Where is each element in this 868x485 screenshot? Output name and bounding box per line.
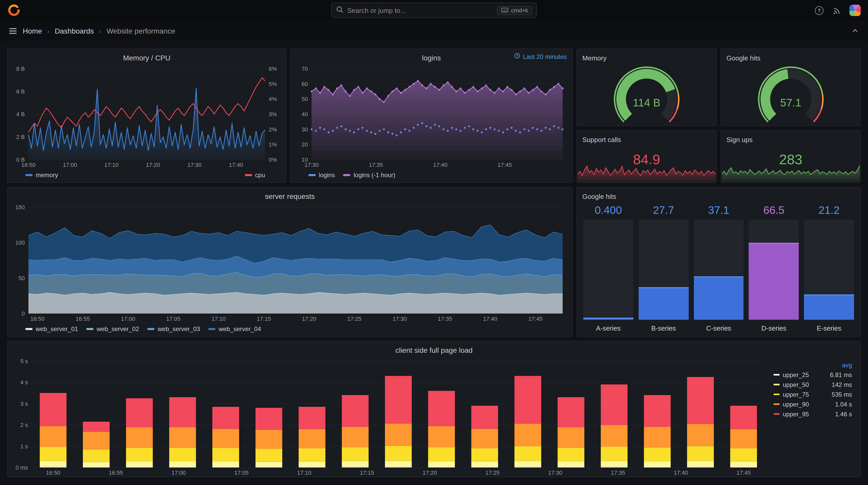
legend-swatch: [773, 394, 780, 395]
legend-label: upper_90: [783, 400, 824, 408]
svg-text:17:15: 17:15: [360, 470, 374, 476]
panel-title[interactable]: Support calls: [582, 136, 711, 143]
time-override-label: Last 20 minutes: [523, 53, 567, 60]
google-hits-bar-gauge[interactable]: 0.400A-series27.7B-series37.1C-series66.…: [577, 203, 860, 336]
bar-gauge-track: [693, 220, 744, 320]
stat-value: 84.9: [577, 152, 716, 168]
svg-text:0 ms: 0 ms: [16, 464, 28, 471]
sign-ups-stat[interactable]: 283: [721, 146, 860, 182]
legend-swatch: [147, 328, 154, 330]
gauge-value: 57.1: [725, 96, 856, 109]
grafana-dashboard: Search or jump to... cmd+k: [0, 0, 868, 485]
bar-gauge-column: 37.1C-series: [693, 204, 744, 332]
bar-gauge-column: 0.400A-series: [583, 204, 633, 332]
svg-text:17:35: 17:35: [611, 470, 625, 476]
svg-text:17:40: 17:40: [674, 470, 688, 476]
panel-server-requests: server requests 05010015016:5016:5517:00…: [7, 187, 572, 337]
legend-item[interactable]: upper_75535 ms: [773, 389, 852, 399]
svg-text:17:45: 17:45: [528, 316, 542, 322]
panel-title[interactable]: server requests: [13, 192, 567, 200]
help-icon[interactable]: [815, 6, 824, 15]
menu-hamburger-icon[interactable]: [8, 26, 18, 36]
server-requests-chart[interactable]: 05010015016:5016:5517:0017:0517:1017:151…: [11, 203, 569, 323]
svg-text:17:30: 17:30: [548, 470, 562, 476]
collapse-chevron-up-icon[interactable]: [850, 26, 860, 36]
panel-title[interactable]: Sign ups: [726, 136, 855, 143]
legend-item[interactable]: upper_256.81 ms: [773, 370, 852, 380]
svg-text:16:55: 16:55: [109, 470, 123, 476]
legend-label: upper_50: [783, 381, 824, 388]
google-hits-gauge[interactable]: 57.1: [725, 65, 856, 122]
legend-avg-value: 1.04 s: [827, 400, 852, 408]
legend-swatch: [773, 384, 780, 385]
logins-legend: loginslogins (-1 hour): [291, 169, 572, 182]
svg-text:30: 30: [302, 126, 308, 133]
svg-text:1 s: 1 s: [21, 443, 28, 450]
bar-gauge-value: 21.2: [804, 204, 854, 220]
panel-title[interactable]: Google hits: [582, 192, 855, 200]
breadcrumb-separator: ›: [47, 27, 50, 35]
legend-label: upper_75: [783, 391, 824, 398]
breadcrumb-current: Website performance: [106, 27, 175, 35]
server-requests-legend: web_server_01web_server_02web_server_03w…: [8, 323, 572, 336]
bar-gauge-column: 21.2E-series: [804, 204, 854, 332]
user-avatar[interactable]: [849, 5, 861, 16]
svg-text:17:45: 17:45: [737, 470, 751, 476]
legend-item[interactable]: upper_50142 ms: [773, 380, 852, 389]
page-load-chart[interactable]: 0 ms1 s2 s3 s4 s5 s16:5016:5517:0017:051…: [11, 357, 771, 477]
svg-text:2 s: 2 s: [21, 422, 28, 428]
pageload-legend: avgupper_256.81 msupper_50142 msupper_75…: [773, 360, 852, 419]
svg-text:17:45: 17:45: [498, 162, 512, 168]
panel-title[interactable]: Memory / CPU: [13, 54, 281, 62]
breadcrumb-dashboards[interactable]: Dashboards: [55, 27, 94, 35]
news-rss-icon[interactable]: [832, 6, 841, 15]
legend-label: web_server_04: [219, 325, 261, 333]
panel-logins: logins Last 20 minutes 1020304050607017:…: [290, 48, 572, 183]
legend-item[interactable]: logins: [308, 171, 335, 179]
panel-title[interactable]: Memory: [582, 54, 711, 62]
logins-chart[interactable]: 1020304050607017:3017:3517:4017:45: [294, 65, 569, 169]
search-placeholder: Search or jump to...: [347, 6, 494, 14]
legend-item[interactable]: web_server_04: [208, 325, 261, 333]
panel-title[interactable]: Google hits: [726, 54, 855, 62]
panel-header: Memory / CPU: [8, 49, 286, 65]
legend-item[interactable]: web_server_01: [25, 325, 78, 333]
grafana-logo-icon[interactable]: [7, 4, 21, 17]
legend-label: cpu: [255, 171, 265, 179]
panel-support-calls: Support calls 84.9: [577, 130, 717, 183]
svg-text:17:30: 17:30: [393, 316, 407, 322]
svg-text:17:15: 17:15: [257, 316, 271, 322]
bar-gauge-label: D-series: [749, 320, 799, 332]
legend-item[interactable]: memory: [25, 171, 58, 179]
search-input[interactable]: Search or jump to... cmd+k: [331, 3, 537, 18]
legend-item[interactable]: web_server_03: [147, 325, 200, 333]
panel-memory-cpu: Memory / CPU 0 B2 B4 B6 B8 B0%1%2%3%4%5%…: [7, 48, 286, 183]
memory-gauge[interactable]: 114 B: [581, 65, 712, 122]
legend-swatch: [25, 328, 33, 330]
topbar-actions: [815, 5, 861, 16]
legend-item[interactable]: upper_901.04 s: [773, 399, 852, 409]
svg-text:3%: 3%: [269, 111, 277, 118]
support-calls-stat[interactable]: 84.9: [577, 146, 716, 182]
legend-item[interactable]: cpu: [245, 171, 265, 179]
breadcrumb-home[interactable]: Home: [23, 27, 42, 35]
bar-gauge-column: 66.5D-series: [749, 204, 799, 332]
svg-text:40: 40: [302, 111, 308, 118]
memory-cpu-chart[interactable]: 0 B2 B4 B6 B8 B0%1%2%3%4%5%6%16:5017:001…: [11, 65, 283, 169]
legend-label: web_server_02: [97, 325, 139, 333]
panel-title[interactable]: client side full page load: [13, 346, 855, 354]
bar-gauge-value: 37.1: [693, 204, 744, 220]
legend-label: web_server_01: [36, 325, 78, 333]
legend-swatch: [773, 374, 780, 376]
legend-item[interactable]: web_server_02: [86, 325, 139, 333]
legend-item[interactable]: logins (-1 hour): [343, 171, 395, 179]
legend-avg-header: avg: [773, 360, 852, 370]
legend-swatch: [86, 328, 94, 330]
legend-swatch: [343, 174, 350, 176]
svg-text:50: 50: [302, 96, 308, 102]
legend-item[interactable]: upper_951.46 s: [773, 409, 852, 419]
svg-text:4 B: 4 B: [16, 111, 25, 118]
bar-gauge-label: B-series: [639, 320, 689, 332]
svg-text:5%: 5%: [269, 81, 277, 87]
svg-text:6 B: 6 B: [16, 88, 25, 95]
